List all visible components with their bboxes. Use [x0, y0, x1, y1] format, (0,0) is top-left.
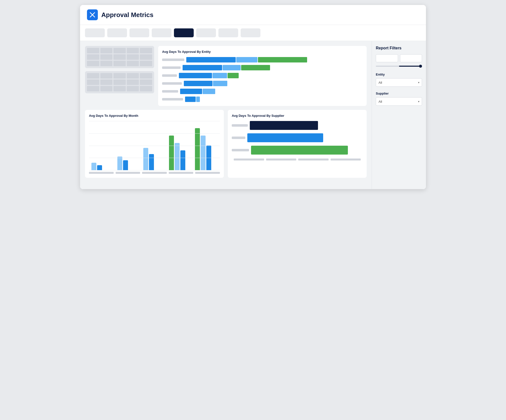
placeholder-cell — [140, 54, 152, 60]
nav-tab-4[interactable] — [152, 28, 171, 37]
placeholder-cell — [100, 80, 113, 85]
supplier-row-1 — [232, 121, 363, 130]
placeholder-cell — [127, 61, 139, 66]
month-bar-green-4 — [169, 136, 174, 170]
month-x-labels — [89, 172, 220, 174]
entity-bar-6 — [185, 97, 363, 102]
supplier-row-2 — [232, 133, 363, 142]
date-slider-thumb[interactable] — [419, 65, 422, 68]
entity-bar-label-2 — [162, 66, 181, 69]
bar-seg-blue-5 — [180, 89, 202, 94]
entity-bar-label-3 — [162, 74, 177, 77]
supplier-select-wrapper: All ▾ — [376, 97, 422, 106]
placeholder-cell — [113, 61, 126, 66]
month-bar-dark-4 — [180, 150, 185, 170]
placeholder-cell — [87, 86, 99, 91]
bar-seg-green-2 — [241, 65, 270, 70]
supplier-label-2 — [232, 137, 245, 139]
nav-tab-8[interactable] — [241, 28, 260, 37]
entity-filter-section: Entity All ▾ — [376, 73, 422, 87]
page-title: Approval Metrics — [101, 11, 153, 19]
supplier-chart-title: Avg Days To Approval By Supplier — [232, 114, 363, 118]
month-x-label-4 — [169, 172, 193, 174]
month-bar-light-5 — [201, 136, 206, 170]
entity-chart-panel: Avg Days To Approval By Entity — [158, 46, 367, 106]
date-to-input[interactable] — [400, 54, 422, 62]
placeholder-cell — [127, 54, 139, 60]
entity-bar-row-2 — [162, 65, 363, 70]
month-bar-group-3 — [143, 148, 166, 170]
month-bar-light-2 — [117, 157, 122, 170]
month-bar-dark-3 — [149, 154, 154, 170]
supplier-label-1 — [232, 124, 248, 127]
entity-bar-label-1 — [162, 59, 184, 61]
nav-tab-6[interactable] — [196, 28, 216, 37]
date-from-input[interactable] — [376, 54, 398, 62]
month-bar-dark-5 — [206, 145, 211, 170]
sidebar: Report Filters Entity All ▾ — [372, 41, 426, 189]
bar-seg-blue-3 — [179, 73, 212, 78]
month-bar-light-1 — [91, 163, 96, 170]
entity-bar-4 — [184, 81, 363, 86]
nav-tab-3[interactable] — [129, 28, 149, 37]
bar-seg-lightblue-3 — [212, 73, 227, 78]
month-bars — [89, 121, 220, 170]
placeholder-cell — [113, 86, 126, 91]
placeholder-cell — [127, 86, 139, 91]
supplier-x-label-1 — [234, 159, 264, 160]
placeholder-cell — [140, 86, 152, 91]
entity-filter-select[interactable]: All — [376, 78, 422, 87]
entity-bar-3 — [179, 73, 363, 78]
date-slider-track[interactable] — [376, 66, 422, 67]
entity-bar-label-4 — [162, 82, 182, 85]
month-bar-dark-2 — [123, 160, 128, 170]
supplier-chart-panel: Avg Days To Approval By Supplier — [228, 110, 367, 178]
bar-seg-lightblue-4 — [213, 81, 227, 86]
bar-seg-blue-2 — [183, 65, 222, 70]
entity-filter-label: Entity — [376, 73, 422, 76]
entity-bar-row-3 — [162, 73, 363, 78]
date-slider-fill — [399, 66, 422, 67]
placeholder-cell — [87, 61, 99, 66]
entity-bar-5 — [180, 89, 363, 94]
supplier-x-labels — [232, 159, 363, 160]
supplier-filter-select[interactable]: All — [376, 97, 422, 106]
nav-tab-5[interactable] — [174, 28, 194, 37]
month-bar-light-3 — [143, 148, 148, 170]
month-bar-light-4 — [175, 143, 180, 170]
placeholder-cell — [100, 54, 113, 60]
nav-tab-2[interactable] — [107, 28, 127, 37]
main-content: Avg Days To Approval By Entity — [80, 41, 426, 189]
month-chart-panel: Avg Days To Approval By Month — [85, 110, 224, 178]
supplier-label-3 — [232, 149, 249, 151]
nav-tab-7[interactable] — [218, 28, 238, 37]
top-row: Avg Days To Approval By Entity — [85, 46, 367, 106]
bar-seg-lightblue-1 — [236, 57, 257, 62]
charts-area: Avg Days To Approval By Entity — [80, 41, 372, 189]
entity-select-wrapper: All ▾ — [376, 78, 422, 87]
placeholder-cell — [140, 48, 152, 53]
placeholder-cell — [87, 48, 99, 53]
bar-seg-lightblue-5 — [203, 89, 215, 94]
month-bar-green-5 — [195, 128, 200, 170]
entity-bar-row-1 — [162, 57, 363, 62]
supplier-row-3 — [232, 146, 363, 155]
logo — [87, 9, 98, 20]
placeholder-cell — [100, 61, 113, 66]
header: Approval Metrics — [80, 5, 426, 25]
placeholder-cell — [113, 80, 126, 85]
nav-tabs — [80, 25, 426, 41]
month-bar-dark-1 — [97, 165, 102, 170]
supplier-x-label-3 — [298, 159, 329, 160]
entity-chart — [162, 57, 363, 102]
placeholder-cell — [113, 73, 126, 79]
placeholder-cell — [87, 73, 99, 79]
entity-bar-row-6 — [162, 97, 363, 102]
supplier-bar-3 — [251, 146, 348, 155]
bottom-row: Avg Days To Approval By Month — [85, 110, 367, 178]
entity-bar-label-6 — [162, 98, 183, 100]
bar-seg-lightblue-2 — [223, 65, 241, 70]
placeholder-cell — [87, 54, 99, 60]
nav-tab-1[interactable] — [85, 28, 105, 37]
placeholder-cell — [113, 48, 126, 53]
